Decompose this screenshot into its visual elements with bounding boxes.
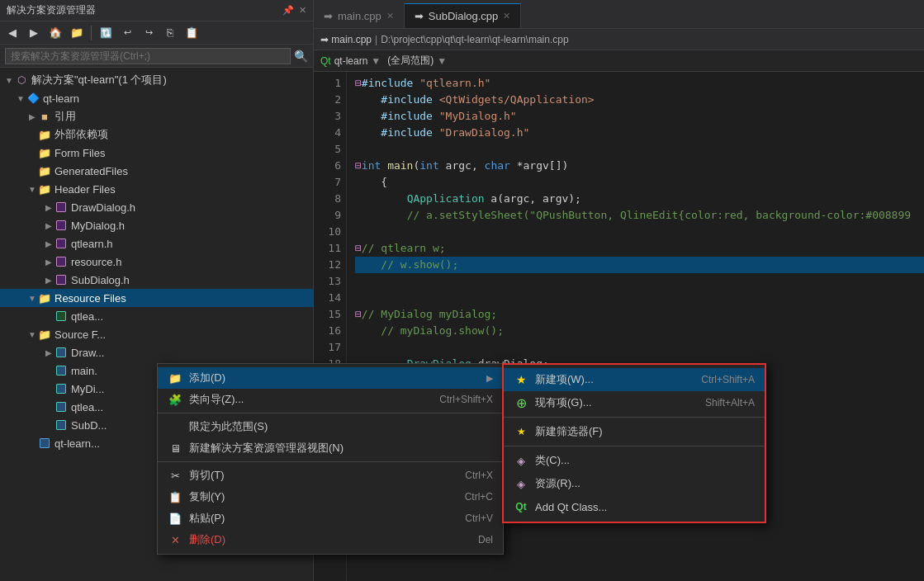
tree-item-form[interactable]: 📁 Form Files bbox=[0, 144, 313, 162]
pin-icon[interactable]: 📌 bbox=[282, 5, 294, 16]
tree-item-resfiles[interactable]: 📁 Resource Files bbox=[0, 289, 313, 307]
ctx-item-delete[interactable]: ✕ 删除(D) Del bbox=[158, 529, 503, 550]
sub-resource-icon: ◈ bbox=[514, 476, 528, 491]
tree-label-resfiles: Resource Files bbox=[54, 292, 126, 305]
tree-label-subd-cpp: SubD... bbox=[71, 419, 107, 432]
tree-item-subdlg-h[interactable]: SubDialog.h bbox=[0, 271, 313, 289]
tree-item-header[interactable]: 📁 Header Files bbox=[0, 180, 313, 198]
sub-resource-label: 资源(R)... bbox=[535, 476, 580, 491]
ctx-paste-shortcut: Ctrl+V bbox=[465, 513, 493, 524]
ctx-sep1 bbox=[158, 413, 503, 413]
tree-arrow-resource-h bbox=[43, 256, 54, 267]
tree-item-qtlea-res[interactable]: qtlea... bbox=[0, 307, 313, 325]
ctx-newview-label: 新建解决方案资源管理器视图(N) bbox=[189, 441, 344, 456]
resfiles-folder-icon: 📁 bbox=[38, 291, 51, 305]
tree-item-qtlearn-h[interactable]: qtlearn.h bbox=[0, 234, 313, 253]
sub-newfilter-icon: ★ bbox=[514, 424, 528, 439]
tree-arrow-draw-cpp bbox=[43, 347, 54, 358]
tree-item-mydlg[interactable]: MyDialog.h bbox=[0, 216, 313, 234]
mydlg-file-icon bbox=[54, 219, 68, 232]
scope-file-icon: Qt bbox=[320, 55, 331, 67]
home-button[interactable]: 🏠 bbox=[46, 24, 64, 42]
tree-item-project[interactable]: 🔷 qt-learn bbox=[0, 89, 313, 107]
draw-cpp-icon bbox=[54, 346, 68, 359]
refresh-button[interactable]: 🔃 bbox=[97, 24, 115, 42]
tree-label-qt-learn-pro: qt-learn... bbox=[54, 437, 100, 450]
tree-item-gen[interactable]: 📁 GeneratedFiles bbox=[0, 162, 313, 180]
tree-arrow-drawdlg bbox=[43, 201, 54, 213]
sub-item-newitem[interactable]: ★ 新建项(W)... Ctrl+Shift+A bbox=[504, 368, 765, 391]
breadcrumb-left[interactable]: ➡ main.cpp bbox=[320, 34, 372, 45]
ctx-delete-icon: ✕ bbox=[168, 532, 182, 547]
tree-label-qtlearn-h: qtlearn.h bbox=[71, 238, 113, 250]
redo-button[interactable]: ↪ bbox=[140, 24, 158, 42]
tree-item-extern[interactable]: 📁 外部依赖项 bbox=[0, 125, 313, 144]
tab-main-cpp-text: main.cpp bbox=[338, 10, 381, 22]
paste-button2[interactable]: 📋 bbox=[182, 24, 201, 42]
tree-label-draw-cpp: Draw... bbox=[71, 347, 104, 359]
sub-item-resource[interactable]: ◈ 资源(R)... bbox=[504, 472, 765, 495]
sub-newitem-shortcut: Ctrl+Shift+A bbox=[701, 374, 755, 385]
forward-button[interactable]: ▶ bbox=[25, 24, 43, 42]
tree-arrow-ref bbox=[26, 111, 38, 122]
tree-arrow-subdlg-h bbox=[43, 274, 54, 286]
panel-title-icons: 📌 ✕ bbox=[282, 5, 306, 16]
submenu: ★ 新建项(W)... Ctrl+Shift+A ⊕ 现有项(G)... Shi… bbox=[502, 363, 766, 523]
search-icon[interactable]: 🔍 bbox=[294, 50, 308, 63]
tab-main-cpp[interactable]: ➡ main.cpp ✕ bbox=[314, 3, 405, 28]
panel-title: 解决方案资源管理器 bbox=[7, 3, 96, 17]
sub-class-label: 类(C)... bbox=[535, 453, 570, 468]
sub-existitem-shortcut: Shift+Alt+A bbox=[705, 397, 755, 409]
tab-bar: ➡ main.cpp ✕ ➡ SubDialog.cpp ✕ bbox=[314, 0, 924, 29]
sub-item-existitem[interactable]: ⊕ 现有项(G)... Shift+Alt+A bbox=[504, 391, 765, 414]
ctx-item-paste[interactable]: 📄 粘贴(P) Ctrl+V bbox=[158, 508, 503, 529]
tree-label-ref: 引用 bbox=[54, 109, 76, 124]
ctx-item-newview[interactable]: 🖥 新建解决方案资源管理器视图(N) bbox=[158, 437, 503, 459]
ctx-item-add[interactable]: 📁 添加(D) ▶ bbox=[158, 367, 503, 389]
sub-newitem-label: 新建项(W)... bbox=[535, 372, 594, 387]
sub-item-class[interactable]: ◈ 类(C)... bbox=[504, 449, 765, 472]
tab-main-cpp-close[interactable]: ✕ bbox=[386, 11, 394, 21]
sub-item-addqtclass[interactable]: Qt Add Qt Class... bbox=[504, 495, 765, 518]
tree-item-ref[interactable]: ■ 引用 bbox=[0, 107, 313, 125]
ctx-item-limitscope[interactable]: 限定为此范围(S) bbox=[158, 416, 503, 437]
ctx-item-classwizard[interactable]: 🧩 类向导(Z)... Ctrl+Shift+X bbox=[158, 389, 503, 410]
toolbar-bar: ◀ ▶ 🏠 📁 🔃 ↩ ↪ ⎘ 📋 bbox=[0, 21, 313, 45]
tree-label-mydlg: MyDialog.h bbox=[71, 220, 125, 232]
sub-existitem-icon: ⊕ bbox=[514, 395, 528, 410]
tree-item-solution[interactable]: ⬡ 解决方案"qt-learn"(1 个项目) bbox=[0, 71, 313, 89]
back-button[interactable]: ◀ bbox=[3, 24, 21, 42]
tab-subdialog-cpp-close[interactable]: ✕ bbox=[503, 11, 510, 21]
ctx-copy-label: 复制(Y) bbox=[189, 489, 225, 504]
ctx-classwizard-icon: 🧩 bbox=[168, 392, 182, 407]
tree-arrow-project bbox=[15, 92, 26, 104]
sub-item-newfilter[interactable]: ★ 新建筛选器(F) bbox=[504, 420, 765, 443]
tab-subdialog-cpp[interactable]: ➡ SubDialog.cpp ✕ bbox=[405, 3, 522, 28]
ctx-item-copy[interactable]: 📋 复制(Y) Ctrl+C bbox=[158, 486, 503, 508]
gen-folder-icon: 📁 bbox=[38, 164, 51, 177]
show-all-files-button[interactable]: 📁 bbox=[68, 24, 86, 42]
undo-button[interactable]: ↩ bbox=[118, 24, 136, 42]
ctx-paste-icon: 📄 bbox=[168, 511, 182, 526]
scope-dropdown-scope[interactable]: (全局范围) ▼ bbox=[387, 54, 447, 68]
ctx-limitscope-icon bbox=[168, 419, 182, 434]
copy-button2[interactable]: ⎘ bbox=[161, 24, 179, 42]
tree-item-resource-h[interactable]: resource.h bbox=[0, 253, 313, 271]
tree-label-resource-h: resource.h bbox=[71, 256, 121, 268]
ctx-classwizard-label: 类向导(Z)... bbox=[189, 392, 244, 407]
ctx-copy-icon: 📋 bbox=[168, 489, 182, 504]
tree-item-draw-cpp[interactable]: Draw... bbox=[0, 343, 313, 361]
ctx-item-cut[interactable]: ✂ 剪切(T) Ctrl+X bbox=[158, 465, 503, 486]
scope-dropdown-file[interactable]: Qt qt-learn ▼ bbox=[320, 55, 381, 67]
tree-item-drawdlg[interactable]: DrawDialog.h bbox=[0, 198, 313, 216]
mydi-cpp-icon bbox=[54, 382, 68, 395]
solution-icon: ⬡ bbox=[15, 73, 28, 87]
search-input[interactable] bbox=[5, 48, 291, 64]
ctx-cut-shortcut: Ctrl+X bbox=[465, 470, 493, 481]
ctx-sep2 bbox=[158, 461, 503, 462]
ref-folder-icon: ■ bbox=[38, 110, 51, 123]
close-icon[interactable]: ✕ bbox=[299, 5, 306, 16]
tree-item-source[interactable]: 📁 Source F... bbox=[0, 325, 313, 343]
tree-arrow-resfiles bbox=[26, 292, 38, 304]
tree-arrow-solution bbox=[3, 74, 15, 86]
